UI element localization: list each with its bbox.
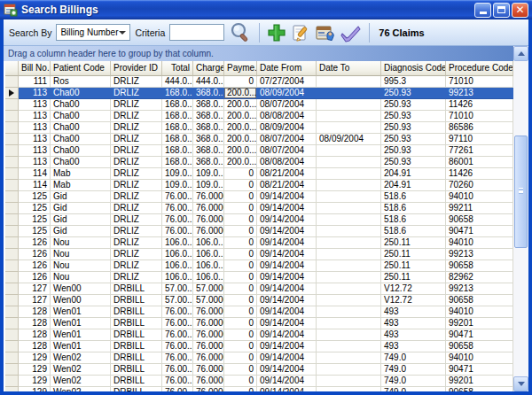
- table-row[interactable]: 127Wen00DRBILL57.00...57.0000009/14/2004…: [5, 295, 513, 306]
- cell-patient-code[interactable]: Wen02: [51, 364, 111, 376]
- cell-date-from[interactable]: 09/14/2004: [257, 387, 317, 391]
- cell-charges[interactable]: 106.0...: [193, 260, 224, 272]
- cell-charges[interactable]: 76.0000: [193, 341, 224, 352]
- cell-date-from[interactable]: 09/14/2004: [257, 364, 317, 376]
- cell-bill-no[interactable]: 125: [19, 191, 51, 203]
- cell-date-from[interactable]: 07/27/2004: [257, 76, 317, 88]
- row-indicator-cell[interactable]: [5, 295, 19, 306]
- cell-date-to[interactable]: [317, 191, 381, 203]
- search-by-select[interactable]: Billing Number: [56, 24, 130, 41]
- cell-diagnosis-code[interactable]: 204.91: [381, 168, 446, 180]
- check-icon[interactable]: [340, 23, 362, 43]
- row-indicator-cell[interactable]: [5, 226, 19, 237]
- cell-date-to[interactable]: [317, 318, 381, 329]
- cell-payments[interactable]: 0: [224, 283, 257, 295]
- cell-charges[interactable]: 109.0...: [193, 180, 224, 191]
- cell-patient-code[interactable]: Wen00: [51, 295, 111, 306]
- cell-date-to[interactable]: [317, 249, 381, 260]
- cell-total[interactable]: 168.0...: [162, 99, 193, 111]
- cell-total[interactable]: 106.0...: [162, 260, 193, 272]
- cell-charges[interactable]: 368.0...: [193, 122, 224, 134]
- cell-total[interactable]: 76.00...: [162, 329, 193, 341]
- scroll-up-button[interactable]: [513, 46, 528, 61]
- cell-bill-no[interactable]: 129: [19, 364, 51, 376]
- cell-patient-code[interactable]: Cha00: [51, 111, 111, 122]
- cell-provider-id[interactable]: DRLIZ: [111, 272, 162, 283]
- cell-date-to[interactable]: [317, 226, 381, 237]
- column-header-row-indicator[interactable]: [5, 61, 19, 76]
- cell-bill-no[interactable]: 125: [19, 226, 51, 237]
- cell-payments[interactable]: 0: [224, 214, 257, 226]
- cell-date-from[interactable]: 08/08/2004: [257, 157, 317, 168]
- cell-date-from[interactable]: 09/14/2004: [257, 306, 317, 318]
- cell-procedure-code[interactable]: 90471: [446, 226, 513, 237]
- cell-payments[interactable]: 0: [224, 226, 257, 237]
- cell-date-to[interactable]: [317, 272, 381, 283]
- cell-bill-no[interactable]: 126: [19, 237, 51, 249]
- cell-date-from[interactable]: 09/14/2004: [257, 203, 317, 214]
- cell-total[interactable]: 168.0...: [162, 157, 193, 168]
- cell-payments[interactable]: 0: [224, 203, 257, 214]
- cell-procedure-code[interactable]: 94010: [446, 306, 513, 318]
- cell-bill-no[interactable]: 113: [19, 88, 51, 99]
- cell-provider-id[interactable]: DRBILL: [111, 364, 162, 376]
- table-row[interactable]: 129Wen02DRBILL76.00...76.0000009/14/2004…: [5, 376, 513, 387]
- cell-payments[interactable]: 0: [224, 329, 257, 341]
- cell-procedure-code[interactable]: 11426: [446, 99, 513, 111]
- cell-bill-no[interactable]: 129: [19, 376, 51, 387]
- cell-procedure-code[interactable]: 94010: [446, 191, 513, 203]
- cell-total[interactable]: 76.00...: [162, 387, 193, 391]
- cell-date-from[interactable]: 09/14/2004: [257, 329, 317, 341]
- cell-provider-id[interactable]: DRLIZ: [111, 226, 162, 237]
- cell-charges[interactable]: 57.0000: [193, 295, 224, 306]
- cell-date-to[interactable]: [317, 352, 381, 364]
- cell-diagnosis-code[interactable]: V12.72: [381, 295, 446, 306]
- cell-payments[interactable]: 200.0...: [224, 88, 257, 99]
- cell-provider-id[interactable]: DRLIZ: [111, 145, 162, 157]
- cell-total[interactable]: 106.0...: [162, 249, 193, 260]
- cell-diagnosis-code[interactable]: 493: [381, 329, 446, 341]
- cell-payments[interactable]: 0: [224, 168, 257, 180]
- row-indicator-cell[interactable]: [5, 191, 19, 203]
- cell-date-from[interactable]: 08/09/2004: [257, 88, 317, 99]
- cell-bill-no[interactable]: 129: [19, 352, 51, 364]
- cell-date-to[interactable]: [317, 168, 381, 180]
- cell-patient-code[interactable]: Wen01: [51, 329, 111, 341]
- row-indicator-cell[interactable]: [5, 387, 19, 391]
- table-row[interactable]: 113Cha00DRLIZ168.0...368.0...200.0...08/…: [5, 122, 513, 134]
- cell-date-to[interactable]: [317, 99, 381, 111]
- row-indicator-cell[interactable]: [5, 111, 19, 122]
- row-indicator-cell[interactable]: [5, 352, 19, 364]
- cell-procedure-code[interactable]: 71010: [446, 111, 513, 122]
- cell-total[interactable]: 109.0...: [162, 180, 193, 191]
- cell-payments[interactable]: 0: [224, 260, 257, 272]
- scrollbar-thumb[interactable]: [514, 136, 528, 248]
- cell-date-to[interactable]: 08/09/2004: [317, 134, 381, 145]
- cell-diagnosis-code[interactable]: 250.93: [381, 145, 446, 157]
- cell-procedure-code[interactable]: 77261: [446, 145, 513, 157]
- cell-procedure-code[interactable]: 11426: [446, 168, 513, 180]
- cell-diagnosis-code[interactable]: 749.0: [381, 364, 446, 376]
- row-indicator-cell[interactable]: [5, 260, 19, 272]
- cell-procedure-code[interactable]: 86586: [446, 122, 513, 134]
- cell-date-to[interactable]: [317, 260, 381, 272]
- row-indicator-cell[interactable]: [5, 88, 19, 99]
- cell-diagnosis-code[interactable]: 493: [381, 318, 446, 329]
- cell-patient-code[interactable]: Nou: [51, 272, 111, 283]
- cell-total[interactable]: 57.00...: [162, 295, 193, 306]
- cell-provider-id[interactable]: DRBILL: [111, 295, 162, 306]
- cell-payments[interactable]: 0: [224, 364, 257, 376]
- cell-diagnosis-code[interactable]: 493: [381, 306, 446, 318]
- cell-charges[interactable]: 368.0...: [193, 111, 224, 122]
- table-row[interactable]: 125GidDRLIZ76.00...76.0000009/14/2004518…: [5, 226, 513, 237]
- cell-procedure-code[interactable]: 90471: [446, 364, 513, 376]
- cell-provider-id[interactable]: DRLIZ: [111, 260, 162, 272]
- cell-payments[interactable]: 200.0...: [224, 157, 257, 168]
- cell-payments[interactable]: 0: [224, 306, 257, 318]
- cell-date-to[interactable]: [317, 111, 381, 122]
- cell-date-to[interactable]: [317, 341, 381, 352]
- close-button[interactable]: ✕: [512, 3, 528, 18]
- cell-date-from[interactable]: 08/08/2004: [257, 111, 317, 122]
- cell-provider-id[interactable]: DRLIZ: [111, 134, 162, 145]
- cell-payments[interactable]: 0: [224, 318, 257, 329]
